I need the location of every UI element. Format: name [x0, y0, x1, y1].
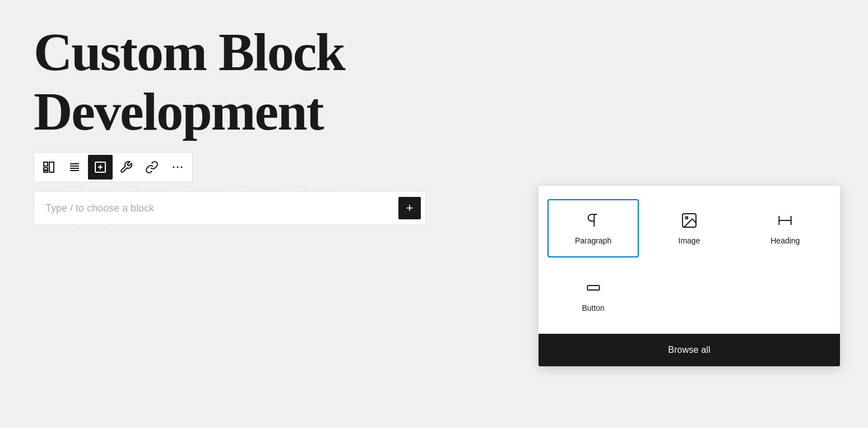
- editor-area: Custom Block Development: [0, 0, 868, 247]
- link-button[interactable]: [140, 155, 164, 180]
- page-title: Custom Block Development: [34, 22, 834, 141]
- block-picker-button[interactable]: Button: [547, 266, 639, 325]
- svg-rect-1: [44, 168, 48, 170]
- align-button[interactable]: [62, 155, 87, 180]
- more-icon: [171, 160, 184, 174]
- svg-rect-16: [587, 286, 599, 290]
- block-picker-image[interactable]: Image: [643, 199, 735, 257]
- svg-point-11: [173, 167, 175, 168]
- link-icon: [145, 160, 159, 174]
- more-options-button[interactable]: [165, 155, 190, 180]
- heading-label: Heading: [770, 236, 800, 245]
- image-label: Image: [679, 236, 700, 245]
- block-picker-dropdown: Paragraph Image: [538, 185, 841, 367]
- add-block-button[interactable]: +: [398, 197, 421, 219]
- block-toolbar: [34, 152, 193, 182]
- add-block-toolbar-button[interactable]: [88, 155, 113, 180]
- block-picker-grid: Paragraph Image: [539, 186, 840, 266]
- browse-all-button[interactable]: Browse all: [539, 334, 840, 366]
- button-label: Button: [582, 303, 604, 312]
- block-picker-row2: Button: [539, 266, 840, 334]
- align-icon: [68, 160, 81, 174]
- image-icon: [680, 211, 698, 229]
- svg-point-15: [685, 217, 688, 219]
- pilcrow-icon: [584, 211, 602, 229]
- block-type-icon: [42, 160, 55, 174]
- settings-button[interactable]: [114, 155, 138, 180]
- svg-rect-2: [44, 171, 48, 172]
- add-icon: [94, 160, 107, 174]
- heading-icon: [776, 211, 794, 229]
- svg-rect-0: [44, 162, 48, 166]
- block-input-area[interactable]: Type / to choose a block +: [34, 191, 426, 225]
- block-picker-paragraph[interactable]: Paragraph: [547, 199, 639, 257]
- button-block-icon: [584, 279, 602, 297]
- block-icon-button[interactable]: [36, 155, 61, 180]
- wrench-icon: [119, 160, 133, 174]
- block-input-placeholder: Type / to choose a block: [34, 203, 398, 214]
- svg-rect-3: [49, 162, 54, 172]
- svg-point-12: [177, 167, 179, 168]
- svg-point-13: [181, 167, 183, 168]
- block-picker-heading[interactable]: Heading: [740, 199, 831, 257]
- paragraph-label: Paragraph: [575, 236, 611, 245]
